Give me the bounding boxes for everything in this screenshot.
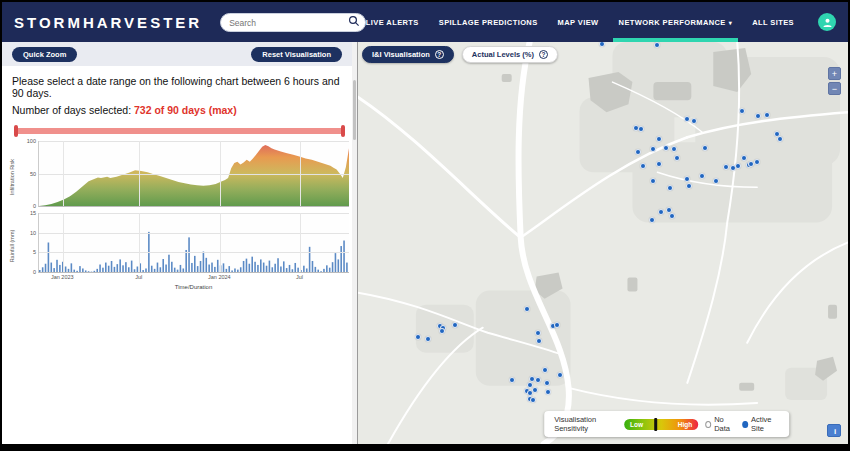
active-site-marker[interactable] xyxy=(663,145,669,151)
actual-levels-button[interactable]: Actual Levels (%) ? xyxy=(462,46,558,63)
active-site-marker[interactable] xyxy=(640,163,646,169)
help-icon[interactable]: ? xyxy=(539,50,548,59)
gridline xyxy=(39,213,349,214)
scrollbar-thumb[interactable] xyxy=(353,80,356,140)
road xyxy=(569,388,758,405)
reset-visualisation-button[interactable]: Reset Visualisation xyxy=(251,47,342,62)
active-site-marker[interactable] xyxy=(536,338,542,344)
gridline xyxy=(39,141,349,142)
x-tick-label: Jul xyxy=(296,274,303,280)
days-selected-value: 732 of 90 days (max) xyxy=(134,104,237,116)
y-tick-label: 100 xyxy=(23,138,36,144)
road xyxy=(747,242,848,342)
land-patch xyxy=(502,74,512,82)
gridline xyxy=(300,213,301,272)
gridline xyxy=(63,213,64,272)
map-layer-buttons: I&I Visualisation ? Actual Levels (%) ? xyxy=(362,46,558,63)
active-site-marker[interactable] xyxy=(667,185,673,191)
active-site-marker[interactable] xyxy=(415,334,421,340)
x-axis-title: Time/Duration xyxy=(38,284,349,290)
y-tick-label: 0 xyxy=(23,203,36,209)
active-site-marker[interactable] xyxy=(524,306,530,312)
active-site-marker[interactable] xyxy=(764,112,770,118)
nav-map-view[interactable]: MAP VIEW xyxy=(558,2,599,42)
y-tick-label: 50 xyxy=(23,171,36,177)
land-patch xyxy=(739,383,754,391)
date-range-panel: Quick Zoom Reset Visualisation Please se… xyxy=(2,42,358,444)
gridline xyxy=(300,141,301,206)
ii-visualisation-button[interactable]: I&I Visualisation ? xyxy=(362,46,454,63)
land-patch xyxy=(828,305,837,319)
active-site-marker[interactable] xyxy=(739,108,745,114)
slider-track[interactable] xyxy=(14,128,345,134)
slider-handle-left[interactable] xyxy=(14,125,18,137)
active-site-marker[interactable] xyxy=(686,183,692,189)
active-site-marker[interactable] xyxy=(748,161,754,167)
no-data-dot-icon xyxy=(705,421,711,428)
days-selected-label: Number of days selected: xyxy=(12,104,134,116)
panel-toolbar: Quick Zoom Reset Visualisation xyxy=(2,42,352,66)
rainfall-bar-chart[interactable]: 151050 xyxy=(38,213,349,273)
map-base-layer xyxy=(358,42,848,444)
sensitivity-gradient-slider[interactable]: Low High xyxy=(624,419,698,430)
days-selected-line: Number of days selected: 732 of 90 days … xyxy=(12,104,347,116)
gridline xyxy=(220,141,221,206)
active-site-marker[interactable] xyxy=(671,146,677,152)
legend-active-site: Active Site xyxy=(743,415,780,433)
active-site-marker[interactable] xyxy=(691,118,697,124)
area-y-axis-label: Infiltration Risk xyxy=(9,147,15,207)
gridline xyxy=(39,233,349,234)
y-tick-label: 10 xyxy=(23,230,36,236)
search-input[interactable] xyxy=(220,13,366,32)
gridline xyxy=(39,174,349,175)
land-patch xyxy=(627,278,637,292)
active-site-marker[interactable] xyxy=(545,389,551,395)
active-site-marker[interactable] xyxy=(741,155,747,161)
active-site-marker[interactable] xyxy=(544,380,550,386)
bar-y-axis-label: Rainfall (mm) xyxy=(9,216,15,276)
nav-live-alerts[interactable]: LIVE ALERTS xyxy=(366,2,419,42)
x-tick-label: Jul xyxy=(135,274,142,280)
active-site-marker[interactable] xyxy=(535,377,541,383)
nav-network-performance[interactable]: NETWORK PERFORMANCE ▾ xyxy=(619,2,733,42)
date-range-slider[interactable] xyxy=(14,125,345,137)
map-info-button[interactable]: i xyxy=(827,424,841,437)
map-zoom-controls: + − xyxy=(828,67,841,95)
chevron-down-icon: ▾ xyxy=(729,19,732,26)
active-site-marker[interactable] xyxy=(509,377,515,383)
active-site-marker[interactable] xyxy=(713,178,719,184)
user-avatar[interactable] xyxy=(818,13,836,31)
nav-all-sites[interactable]: ALL SITES xyxy=(752,2,794,42)
rainfall-bars-svg xyxy=(39,213,349,272)
panel-scrollbar[interactable] xyxy=(352,42,357,444)
x-axis-ticks: Jan 2023JulJan 2024Jul xyxy=(38,273,349,282)
active-site-marker[interactable] xyxy=(542,367,548,373)
gridline xyxy=(39,252,349,253)
sensitivity-handle[interactable] xyxy=(654,418,657,431)
active-site-marker[interactable] xyxy=(599,42,605,47)
active-site-marker[interactable] xyxy=(674,155,680,161)
zoom-in-button[interactable]: + xyxy=(828,67,841,80)
date-range-instruction: Please select a date range on the follow… xyxy=(12,75,347,99)
map-view[interactable]: I&I Visualisation ? Actual Levels (%) ? … xyxy=(358,42,848,444)
active-site-marker[interactable] xyxy=(669,213,675,219)
x-tick-label: Jan 2024 xyxy=(208,274,231,280)
active-site-marker[interactable] xyxy=(635,149,641,155)
active-site-marker[interactable] xyxy=(649,217,655,223)
road xyxy=(358,97,521,237)
legend-no-data: No Data xyxy=(705,415,735,433)
search-icon xyxy=(348,15,360,27)
main-nav: LIVE ALERTS SPILLAGE PREDICTIONS MAP VIE… xyxy=(366,2,836,42)
brush-charts[interactable]: Infiltration Risk 100500 Rainfall (mm) xyxy=(10,141,349,290)
zoom-out-button[interactable]: − xyxy=(828,82,841,95)
y-tick-label: 15 xyxy=(23,210,36,216)
app-logo: STORMHARVESTER xyxy=(14,14,202,31)
legend-high-label: High xyxy=(678,421,692,428)
infiltration-risk-chart[interactable]: 100500 xyxy=(38,141,349,207)
slider-handle-right[interactable] xyxy=(341,125,345,137)
nav-spillage-predictions[interactable]: SPILLAGE PREDICTIONS xyxy=(439,2,538,42)
quick-zoom-button[interactable]: Quick Zoom xyxy=(12,47,77,62)
help-icon[interactable]: ? xyxy=(435,50,444,59)
land-patch xyxy=(653,82,691,100)
search-box[interactable] xyxy=(220,12,366,33)
